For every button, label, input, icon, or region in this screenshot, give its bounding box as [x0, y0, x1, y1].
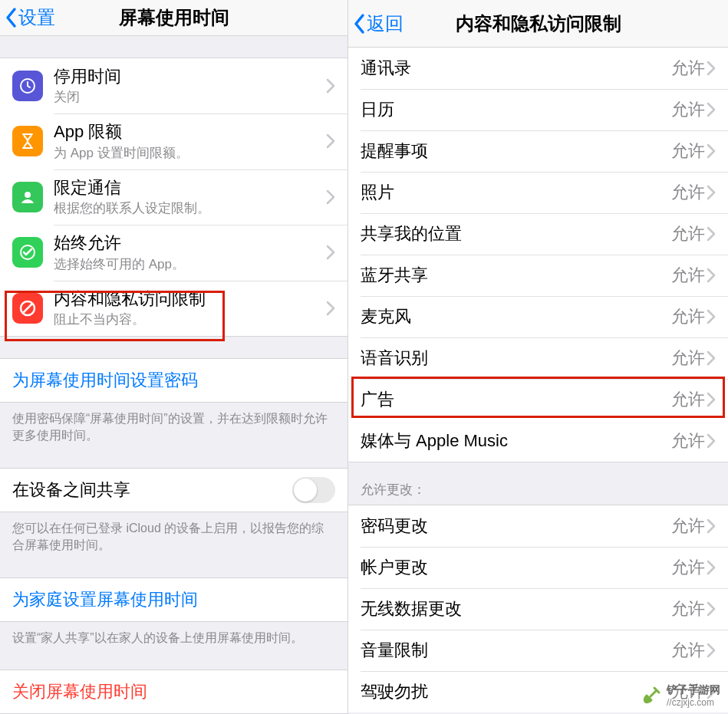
row-title: 提醒事项	[361, 140, 671, 162]
left-pane: 设置 屏幕使用时间 停用时间 关闭 App 限额	[0, 0, 348, 714]
page-title-right: 内容和隐私访问限制	[348, 12, 728, 36]
chevron-right-icon	[707, 102, 716, 117]
row-sub: 选择始终可用的 App。	[54, 255, 326, 273]
row-value: 允许	[671, 98, 705, 121]
row-value: 允许	[671, 140, 705, 163]
row-sub: 关闭	[54, 88, 326, 106]
privacy-row[interactable]: 语音识别允许	[348, 337, 728, 379]
row-title: 通讯录	[361, 58, 671, 79]
row-value: 允许	[671, 556, 705, 579]
row-share[interactable]: 在设备之间共享	[0, 469, 348, 512]
group-passcode: 为屏幕使用时间设置密码	[0, 358, 348, 403]
row-title: 媒体与 Apple Music	[361, 430, 671, 452]
row-family[interactable]: 为家庭设置屏幕使用时间	[0, 578, 348, 621]
back-label: 返回	[367, 12, 404, 36]
row-value: 允许	[671, 57, 705, 80]
row-title: 限定通信	[54, 177, 326, 199]
chevron-right-icon	[707, 61, 716, 76]
row-turnoff[interactable]: 关闭屏幕使用时间	[0, 670, 348, 713]
chevron-right-icon	[326, 245, 335, 260]
privacy-row[interactable]: 音量限制允许	[348, 630, 728, 671]
downtime-icon	[12, 71, 43, 101]
watermark-brand: 铲子手游网	[667, 683, 720, 697]
group-main: 停用时间 关闭 App 限额 为 App 设置时间限额。	[0, 58, 348, 337]
group-family: 为家庭设置屏幕使用时间	[0, 577, 348, 622]
row-value: 允许	[671, 515, 705, 538]
share-label: 在设备之间共享	[12, 479, 292, 501]
chevron-right-icon	[707, 601, 716, 617]
navbar-right: 返回 内容和隐私访问限制	[348, 0, 728, 48]
chevron-right-icon	[707, 433, 716, 449]
hourglass-icon	[12, 126, 43, 156]
privacy-row[interactable]: 密码更改允许	[348, 505, 728, 547]
row-content-privacy[interactable]: 内容和隐私访问限制 阻止不当内容。	[0, 281, 348, 337]
row-value: 允许	[671, 429, 705, 452]
row-title: 共享我的位置	[361, 223, 671, 245]
row-downtime[interactable]: 停用时间 关闭	[0, 58, 348, 114]
row-title: 语音识别	[361, 347, 671, 369]
no-entry-icon	[12, 293, 43, 324]
navbar-left: 设置 屏幕使用时间	[0, 0, 348, 36]
privacy-row[interactable]: 蓝牙共享允许	[348, 255, 728, 296]
row-title: 无线数据更改	[361, 598, 671, 620]
row-title: 照片	[361, 182, 671, 203]
row-title: 广告	[361, 389, 671, 410]
chevron-right-icon	[707, 143, 716, 159]
row-value: 允许	[671, 222, 705, 245]
chevron-right-icon	[707, 560, 716, 575]
row-value: 允许	[671, 264, 705, 287]
privacy-row[interactable]: 共享我的位置允许	[348, 213, 728, 255]
row-title: 日历	[361, 99, 671, 120]
row-value: 允许	[671, 347, 705, 370]
contact-limit-icon	[12, 182, 43, 212]
chevron-right-icon	[707, 226, 716, 242]
group-privacy-items: 通讯录允许日历允许提醒事项允许照片允许共享我的位置允许蓝牙共享允许麦克风允许语音…	[348, 48, 728, 462]
chevron-right-icon	[707, 643, 716, 658]
row-title: 驾驶勿扰	[361, 681, 671, 702]
back-label: 设置	[18, 5, 55, 30]
row-passcode[interactable]: 为屏幕使用时间设置密码	[0, 359, 348, 402]
watermark: 铲子手游网 //czjxjc.com	[641, 683, 720, 708]
back-button-right[interactable]: 返回	[348, 12, 404, 36]
svg-line-4	[23, 304, 32, 313]
row-value: 允许	[671, 639, 705, 662]
family-label: 为家庭设置屏幕使用时间	[12, 589, 335, 610]
turnoff-label: 关闭屏幕使用时间	[12, 681, 335, 702]
chevron-right-icon	[707, 518, 716, 534]
share-toggle[interactable]	[292, 477, 335, 503]
chevron-right-icon	[707, 268, 716, 283]
row-app-limits[interactable]: App 限额 为 App 设置时间限额。	[0, 114, 348, 169]
svg-point-1	[25, 192, 31, 198]
chevron-right-icon	[707, 350, 716, 366]
privacy-row[interactable]: 帐户更改允许	[348, 547, 728, 588]
privacy-row[interactable]: 照片允许	[348, 172, 728, 213]
row-value: 允许	[671, 181, 705, 204]
row-title: App 限额	[54, 121, 326, 143]
group-change-items: 密码更改允许帐户更改允许无线数据更改允许音量限制允许驾驶勿扰允许	[348, 505, 728, 712]
row-always-allowed[interactable]: 始终允许 选择始终可用的 App。	[0, 225, 348, 281]
chevron-right-icon	[326, 301, 335, 316]
row-sub: 为 App 设置时间限额。	[54, 144, 326, 162]
privacy-row[interactable]: 通讯录允许	[348, 48, 728, 89]
privacy-row[interactable]: 日历允许	[348, 89, 728, 130]
group-share: 在设备之间共享	[0, 468, 348, 512]
group-turnoff: 关闭屏幕使用时间	[0, 670, 348, 714]
privacy-row[interactable]: 广告允许	[348, 379, 728, 420]
privacy-row[interactable]: 媒体与 Apple Music允许	[348, 420, 728, 462]
row-communication-limits[interactable]: 限定通信 根据您的联系人设定限制。	[0, 169, 348, 225]
privacy-row[interactable]: 麦克风允许	[348, 296, 728, 337]
row-title: 密码更改	[361, 515, 671, 537]
passcode-footer: 使用密码保障“屏幕使用时间”的设置，并在达到限额时允许更多使用时间。	[0, 403, 348, 456]
row-title: 停用时间	[54, 66, 326, 87]
family-footer: 设置“家人共享”以在家人的设备上使用屏幕使用时间。	[0, 622, 348, 657]
right-pane: 返回 内容和隐私访问限制 通讯录允许日历允许提醒事项允许照片允许共享我的位置允许…	[348, 0, 728, 714]
chevron-right-icon	[326, 189, 335, 205]
back-button-left[interactable]: 设置	[0, 5, 55, 30]
row-title: 内容和隐私访问限制	[54, 288, 326, 310]
privacy-row[interactable]: 提醒事项允许	[348, 130, 728, 172]
chevron-right-icon	[326, 133, 335, 149]
row-title: 帐户更改	[361, 557, 671, 578]
row-value: 允许	[671, 305, 705, 328]
privacy-row[interactable]: 无线数据更改允许	[348, 588, 728, 630]
share-footer: 您可以在任何已登录 iCloud 的设备上启用，以报告您的综合屏幕使用时间。	[0, 512, 348, 565]
